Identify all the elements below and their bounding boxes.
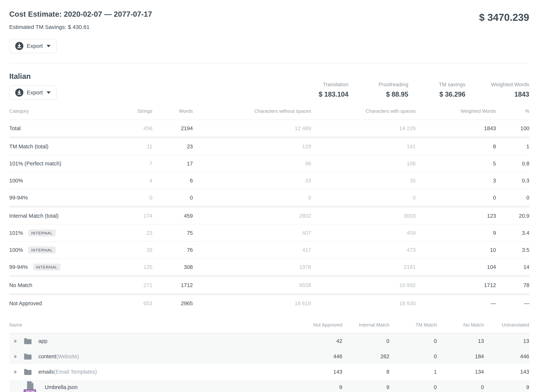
expand-caret-icon[interactable]	[14, 339, 17, 343]
file-row[interactable]: content(Website)4462620184446	[9, 349, 529, 364]
col-strings: Strings	[74, 108, 152, 114]
file-name-note: (Email Templates)	[54, 369, 97, 375]
cell-chars_with: 2161	[311, 264, 416, 270]
cell-chars_with: 106	[311, 161, 416, 167]
cell-untranslated: 446	[484, 353, 529, 359]
col-chars-with-spaces: Characters with spaces	[311, 108, 416, 114]
category-label: Not Approved	[9, 300, 42, 307]
cost-estimate-page: Cost Estimate: 2020-02-07 — 2077-07-17 E…	[0, 0, 534, 392]
cell-weighted: 0	[416, 195, 496, 201]
export-button[interactable]: Export	[9, 39, 56, 53]
cost-table-row: Total456219412 48914 2261843100	[9, 120, 529, 137]
cost-table-group: TM Match (total)112312914181101% (Perfec…	[9, 138, 529, 206]
cell-tm_match: 0	[389, 338, 437, 344]
file-row[interactable]: emails(Email Templates)14381134143	[9, 364, 529, 380]
file-json-icon: JSON	[23, 381, 38, 392]
stat-weighted-words: Weighted Words 1843	[465, 82, 529, 98]
col-percent: %	[496, 108, 529, 114]
file-row[interactable]: app42001313	[9, 333, 529, 349]
cell-percent: 3.4	[496, 230, 529, 236]
language-title: Italian	[9, 72, 56, 80]
folder-icon	[23, 369, 32, 375]
cell-strings: 23	[74, 230, 152, 236]
cell-words: 459	[152, 213, 193, 219]
cell-strings: 653	[74, 300, 152, 307]
cell-strings: 174	[74, 213, 152, 219]
group-separator	[9, 294, 529, 295]
category-cell: Total	[9, 125, 74, 131]
file-name-label: content(Website)	[38, 353, 79, 359]
cell-words: 76	[152, 247, 193, 253]
cell-internal_match: 0	[342, 338, 389, 344]
file-name-cell: JSONUmbrella.json	[9, 381, 260, 392]
file-name-cell: app	[9, 338, 260, 345]
cell-tm_match: 0	[389, 353, 437, 359]
file-name-label: app	[38, 338, 47, 344]
cost-table-group: Internal Match (total)174459280230931232…	[9, 207, 529, 275]
col-chars-without-spaces: Characters without spaces	[193, 108, 311, 114]
stat-proofreading: Proofreading $ 88.95	[348, 82, 408, 98]
category-label: No Match	[9, 282, 32, 288]
category-label: TM Match (total)	[9, 144, 48, 150]
category-cell: Internal Match (total)	[9, 213, 74, 219]
cell-weighted: 5	[416, 161, 496, 167]
category-cell: Not Approved	[9, 300, 74, 307]
chevron-down-icon	[46, 45, 51, 47]
category-label: 99-94%	[9, 195, 28, 201]
cell-percent: 14	[496, 264, 529, 270]
cost-table-group: Not Approved653296516 61618 930——	[9, 295, 529, 312]
cell-percent: 0.3	[496, 178, 529, 184]
cost-table-row: 101% (Perfect match)7179610650.8	[9, 155, 529, 172]
cost-stats: Translation $ 183.104 Proofreading $ 88.…	[293, 82, 529, 98]
cell-chars_without: 129	[193, 144, 311, 150]
cell-percent: 0.8	[496, 161, 529, 167]
folder-icon	[23, 353, 32, 360]
cell-strings: 4	[74, 178, 152, 184]
category-label: Internal Match (total)	[9, 213, 59, 219]
cost-table-group: No Match2711712955810 992171278	[9, 277, 529, 294]
category-cell: 99-94%INTERNAL	[9, 263, 74, 271]
cell-strings: 271	[74, 282, 152, 288]
page-header-left: Cost Estimate: 2020-02-07 — 2077-07-17 E…	[9, 10, 152, 53]
cell-chars_with: 459	[311, 230, 416, 236]
expand-caret-icon[interactable]	[14, 355, 17, 359]
cell-chars_without: 417	[193, 247, 311, 253]
language-export-button[interactable]: Export	[9, 85, 56, 100]
internal-badge: INTERNAL	[28, 247, 56, 253]
cost-table-row: 99-94%INTERNAL1253081978216110414	[9, 258, 529, 275]
category-label: 99-94%	[9, 264, 28, 270]
col-category: Category	[9, 108, 74, 114]
cell-chars_without: 2802	[193, 213, 311, 219]
download-icon	[15, 42, 23, 50]
category-label: Total	[9, 125, 21, 131]
cost-table-header: Category Strings Words Characters withou…	[9, 108, 529, 120]
col-untranslated: Untranslated	[484, 322, 529, 328]
cell-weighted: 10	[416, 247, 496, 253]
category-label: 101% (Perfect match)	[9, 161, 61, 167]
col-internal-match: Internal Match	[342, 322, 389, 328]
cell-percent: 20.9	[496, 213, 529, 219]
cost-table-row: Internal Match (total)174459280230931232…	[9, 207, 529, 224]
cell-percent: 3.5	[496, 247, 529, 253]
cell-chars_without: 16 616	[193, 300, 311, 307]
cell-strings: 11	[74, 144, 152, 150]
group-separator	[9, 275, 529, 277]
cost-table-row: 100%46333530.3	[9, 172, 529, 189]
group-separator	[9, 206, 529, 207]
expand-caret-icon[interactable]	[14, 370, 17, 374]
cell-words: 0	[152, 195, 193, 201]
cost-table-row: 100%INTERNAL2676417473103.5	[9, 241, 529, 258]
stat-translation: Translation $ 183.104	[293, 82, 348, 98]
file-row[interactable]: JSONUmbrella.json99009	[9, 380, 529, 392]
cell-strings: 456	[74, 125, 152, 131]
cell-chars_without: 9558	[193, 282, 311, 288]
cell-percent: 1	[496, 144, 529, 150]
category-cell: No Match	[9, 282, 74, 288]
cell-chars_without: 33	[193, 178, 311, 184]
download-icon	[15, 89, 23, 97]
cell-no_match: 184	[437, 353, 484, 359]
stat-tm-savings: TM savings $ 36.296	[408, 82, 465, 98]
cost-table-row: Not Approved653296516 61618 930——	[9, 295, 529, 312]
stat-value: $ 88.95	[348, 90, 408, 98]
cell-untranslated: 143	[484, 369, 529, 375]
